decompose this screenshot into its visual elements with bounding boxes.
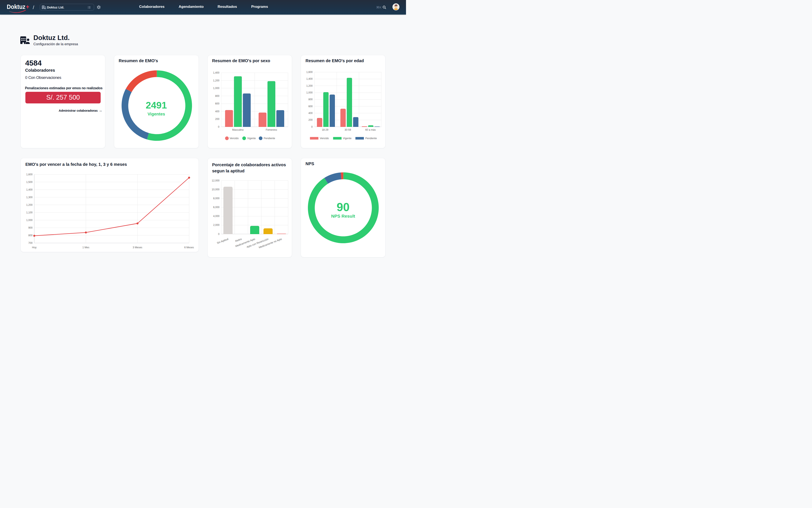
svg-text:12,000: 12,000 xyxy=(212,179,219,182)
svg-text:1,400: 1,400 xyxy=(26,188,33,191)
svg-text:1,600: 1,600 xyxy=(26,173,33,176)
svg-text:1,400: 1,400 xyxy=(213,71,219,74)
svg-text:Hoy: Hoy xyxy=(32,246,36,249)
svg-text:Retiro: Retiro xyxy=(235,238,242,243)
svg-text:Medicamente no Apto: Medicamente no Apto xyxy=(258,238,282,249)
svg-text:2,000: 2,000 xyxy=(213,223,219,226)
svg-text:800: 800 xyxy=(28,234,33,237)
svg-text:700: 700 xyxy=(28,242,33,245)
svg-text:10,000: 10,000 xyxy=(212,188,219,191)
svg-text:4,000: 4,000 xyxy=(213,215,219,218)
svg-text:400: 400 xyxy=(215,110,219,113)
svg-text:800: 800 xyxy=(215,94,219,97)
svg-text:Pendiente: Pendiente xyxy=(264,137,275,140)
svg-text:1,100: 1,100 xyxy=(26,211,33,214)
svg-text:Pendiente: Pendiente xyxy=(366,137,377,140)
svg-text:600: 600 xyxy=(215,102,219,105)
svg-text:1,600: 1,600 xyxy=(306,71,313,74)
svg-text:200: 200 xyxy=(308,119,313,121)
svg-text:200: 200 xyxy=(215,118,219,121)
svg-text:1,500: 1,500 xyxy=(26,181,33,183)
svg-text:1,400: 1,400 xyxy=(306,77,313,80)
svg-text:400: 400 xyxy=(308,112,313,115)
svg-text:3 Meses: 3 Meses xyxy=(133,246,142,249)
svg-text:1,300: 1,300 xyxy=(26,196,33,199)
svg-text:6,000: 6,000 xyxy=(213,206,219,209)
svg-text:0: 0 xyxy=(311,125,313,128)
svg-text:Vigente: Vigente xyxy=(343,137,352,140)
svg-text:Masculino: Masculino xyxy=(232,128,243,131)
svg-text:600: 600 xyxy=(308,105,313,108)
svg-text:1,200: 1,200 xyxy=(306,84,313,87)
svg-text:1,200: 1,200 xyxy=(213,79,219,82)
svg-text:Sin Aptitud: Sin Aptitud xyxy=(216,238,229,245)
svg-text:0: 0 xyxy=(218,232,219,236)
svg-text:Vigente: Vigente xyxy=(247,137,256,140)
svg-text:6 Meses: 6 Meses xyxy=(184,246,194,249)
svg-text:Femenino: Femenino xyxy=(266,128,277,131)
svg-text:Apto con Restricción: Apto con Restricción xyxy=(246,238,269,249)
svg-text:1,200: 1,200 xyxy=(26,204,33,206)
svg-text:Vencido: Vencido xyxy=(229,137,239,140)
svg-text:60 a más: 60 a más xyxy=(366,128,376,131)
svg-text:8,000: 8,000 xyxy=(213,197,219,200)
svg-text:18-29: 18-29 xyxy=(322,128,329,131)
svg-text:1,000: 1,000 xyxy=(306,91,313,94)
svg-text:900: 900 xyxy=(28,226,33,229)
svg-text:1,000: 1,000 xyxy=(213,87,219,90)
svg-text:30-59: 30-59 xyxy=(345,128,351,131)
svg-text:1 Mes: 1 Mes xyxy=(82,246,89,249)
svg-text:800: 800 xyxy=(308,98,313,101)
svg-text:1,000: 1,000 xyxy=(26,219,33,222)
svg-text:Vencido: Vencido xyxy=(320,137,329,140)
svg-text:0: 0 xyxy=(218,125,219,128)
